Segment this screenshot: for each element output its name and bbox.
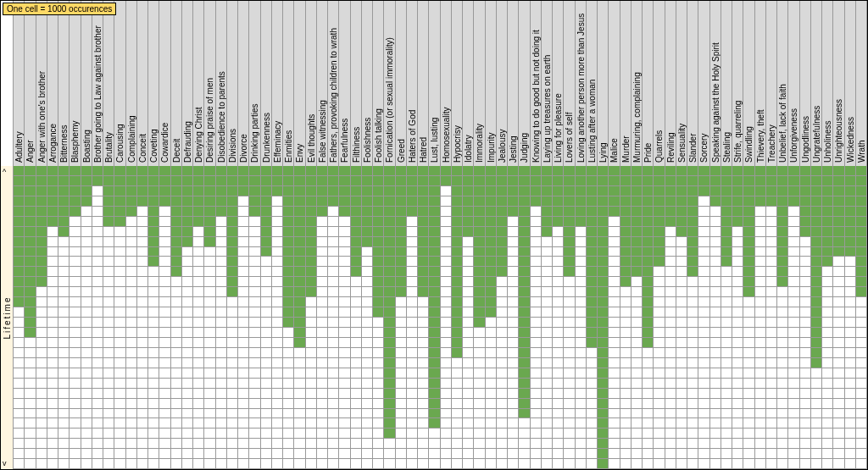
grid-cell [587, 368, 597, 379]
grid-cell [306, 328, 316, 338]
grid-cell [126, 186, 136, 196]
grid-cell [227, 389, 237, 399]
grid-cell [171, 237, 181, 247]
grid-cell [800, 257, 810, 267]
grid-cell [58, 368, 69, 379]
grid-cell [407, 217, 417, 227]
grid-cell [576, 449, 586, 459]
grid-cell [407, 409, 417, 419]
column-header-label: Unholiness [823, 121, 832, 163]
grid-cell [710, 459, 721, 469]
grid-cell [92, 287, 103, 297]
grid-cell [743, 338, 754, 348]
grid-cell [845, 277, 855, 287]
grid-cell [14, 439, 24, 449]
grid-cell [687, 348, 698, 358]
grid-cell [598, 409, 608, 419]
grid-cell [429, 328, 439, 338]
grid-cell [418, 207, 428, 217]
grid-cell [598, 227, 608, 237]
grid-cell [317, 277, 327, 287]
grid-cell [833, 166, 843, 176]
grid-cell [126, 237, 136, 247]
grid-cell [542, 459, 552, 469]
grid-cell [665, 328, 676, 338]
grid-cell [328, 379, 338, 389]
grid-cell [384, 449, 394, 459]
grid-cell [204, 196, 214, 207]
grid-cell [182, 207, 192, 217]
grid-cell [407, 368, 417, 379]
grid-cell [294, 368, 304, 379]
grid-cell [777, 307, 787, 318]
grid-cell [418, 318, 428, 328]
grid-cell [283, 429, 293, 439]
grid-cell [766, 358, 776, 368]
column-header: Lying [598, 1, 609, 166]
grid-cell [766, 348, 776, 358]
grid-cell [103, 217, 114, 227]
grid-cell [620, 237, 631, 247]
column-header: Foolishness [362, 1, 373, 166]
grid-cell [486, 449, 496, 459]
grid-cell [306, 338, 316, 348]
grid-cell [261, 217, 271, 227]
grid-cell [564, 277, 574, 287]
grid-cell [261, 287, 271, 297]
column-header-label: Disobedience to parents [216, 71, 225, 163]
column-header-label: Desiring praise of men [205, 78, 214, 163]
grid-cell [36, 439, 47, 449]
grid-cell [261, 307, 271, 318]
grid-cell [755, 338, 765, 348]
grid-cell [654, 328, 664, 338]
grid-cell [609, 257, 619, 267]
grid-cell [452, 459, 462, 469]
grid-cell [822, 237, 832, 247]
grid-cell [732, 358, 743, 368]
grid-cell [238, 166, 248, 176]
grid-cell [519, 318, 529, 328]
grid-cell [351, 207, 361, 217]
grid-cell [362, 257, 372, 267]
grid-cell [576, 389, 586, 399]
grid-cell [732, 318, 743, 328]
grid-cell [632, 227, 642, 237]
grid-cell [126, 328, 136, 338]
grid-cell [114, 297, 125, 307]
grid-column [710, 166, 721, 469]
grid-cell [542, 338, 552, 348]
grid-cell [856, 358, 866, 368]
column-header-label: Speaking against the Holy Spirit [710, 42, 720, 163]
grid-cell [193, 196, 203, 207]
grid-cell [429, 459, 439, 469]
grid-cell [283, 287, 293, 297]
grid-cell [553, 389, 563, 399]
grid-cell [339, 287, 349, 297]
grid-cell [474, 257, 484, 267]
grid-cell [620, 409, 631, 419]
grid-cell [788, 247, 798, 257]
grid-cell [407, 237, 417, 247]
column-header-label: Foolishness [362, 118, 371, 163]
grid-cell [788, 196, 798, 207]
grid-cell [811, 166, 821, 176]
grid-column [204, 166, 215, 469]
grid-cell [14, 247, 24, 257]
column-header-label: Arrogance [47, 124, 57, 163]
grid-cell [845, 207, 855, 217]
grid-cell [542, 358, 552, 368]
grid-cell [171, 307, 181, 318]
grid-cell [564, 257, 574, 267]
grid-cell [676, 429, 687, 439]
grid-cell [103, 237, 114, 247]
grid-cell [811, 318, 821, 328]
grid-cell [36, 247, 47, 257]
grid-cell [856, 267, 866, 277]
grid-cell [766, 207, 776, 217]
column-header-label: Murder [620, 135, 630, 163]
grid-cell [114, 307, 125, 318]
grid-cell [643, 207, 653, 217]
grid-cell [452, 297, 462, 307]
grid-cell [429, 257, 439, 267]
grid-cell [553, 409, 563, 419]
